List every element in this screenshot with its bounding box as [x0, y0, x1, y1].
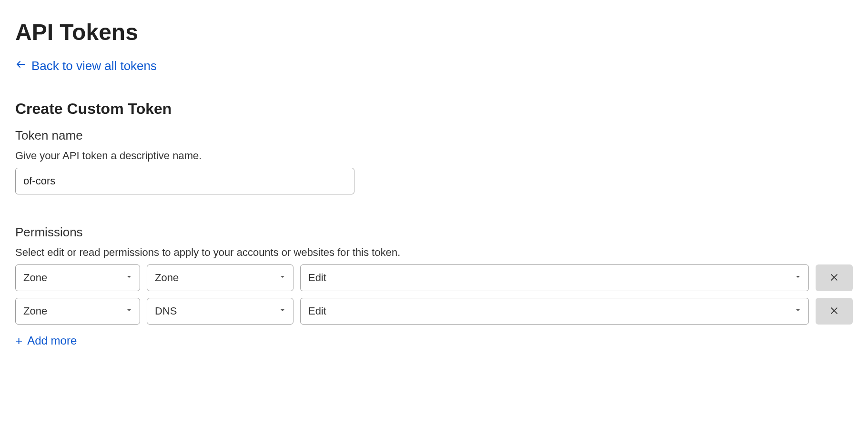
permission-item-value: Zone	[155, 272, 179, 284]
permission-item-select[interactable]: Zone	[147, 264, 293, 291]
permission-level-select[interactable]: Edit	[300, 264, 809, 291]
permission-level-value: Edit	[308, 272, 326, 284]
permission-row: Zone DNS Edit	[15, 298, 853, 325]
plus-icon: +	[15, 335, 22, 347]
back-link[interactable]: Back to view all tokens	[15, 59, 157, 73]
add-permission-label: Add more	[27, 334, 77, 347]
permission-scope-value: Zone	[23, 305, 47, 317]
back-link-label: Back to view all tokens	[31, 59, 157, 73]
permission-level-value: Edit	[308, 305, 326, 317]
permissions-label: Permissions	[15, 225, 853, 240]
permission-item-value: DNS	[155, 305, 177, 317]
caret-down-icon	[794, 273, 802, 283]
permission-scope-select[interactable]: Zone	[15, 264, 140, 291]
create-token-form: Create Custom Token Token name Give your…	[15, 100, 853, 347]
remove-permission-button[interactable]	[816, 298, 853, 325]
permissions-rows: Zone Zone Edit	[15, 264, 853, 325]
caret-down-icon	[794, 306, 802, 316]
close-icon	[829, 305, 839, 317]
token-name-help: Give your API token a descriptive name.	[15, 150, 853, 162]
caret-down-icon	[125, 306, 133, 316]
token-name-input[interactable]	[15, 168, 354, 194]
token-name-field: Token name Give your API token a descrip…	[15, 128, 853, 194]
token-name-label: Token name	[15, 128, 853, 143]
permissions-help: Select edit or read permissions to apply…	[15, 246, 853, 259]
caret-down-icon	[125, 273, 133, 283]
page-title: API Tokens	[15, 19, 853, 45]
add-permission-button[interactable]: + Add more	[15, 334, 77, 347]
permission-scope-select[interactable]: Zone	[15, 298, 140, 325]
permission-item-select[interactable]: DNS	[147, 298, 293, 325]
remove-permission-button[interactable]	[816, 264, 853, 291]
permission-level-select[interactable]: Edit	[300, 298, 809, 325]
arrow-left-icon	[15, 59, 27, 73]
permission-row: Zone Zone Edit	[15, 264, 853, 291]
caret-down-icon	[279, 306, 286, 316]
caret-down-icon	[279, 273, 286, 283]
permission-scope-value: Zone	[23, 272, 47, 284]
permissions-section: Permissions Select edit or read permissi…	[15, 225, 853, 347]
close-icon	[829, 272, 839, 284]
section-title: Create Custom Token	[15, 100, 853, 118]
